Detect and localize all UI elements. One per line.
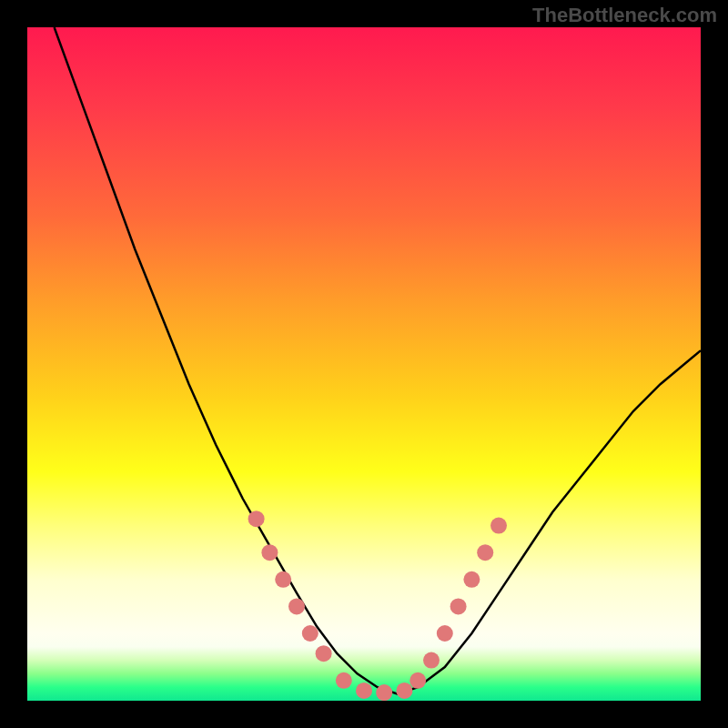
watermark-label: TheBottleneck.com (532, 4, 717, 27)
chart-background (27, 27, 701, 701)
